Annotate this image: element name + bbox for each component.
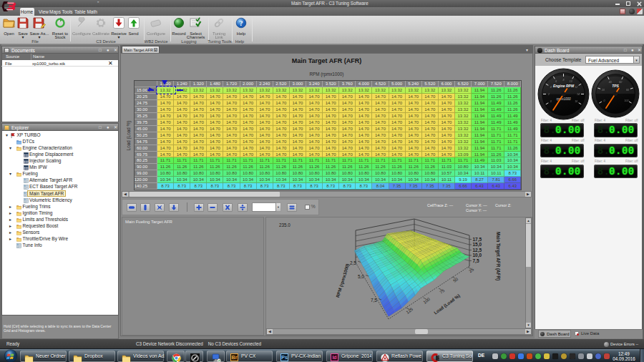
svg-text:2: 2 bbox=[547, 93, 550, 96]
svg-text:40: 40 bbox=[609, 81, 612, 84]
svg-text:Engine RPM: Engine RPM bbox=[552, 83, 574, 87]
svg-text:6: 6 bbox=[555, 80, 557, 83]
svg-text:?: ? bbox=[240, 19, 243, 26]
svg-text:10: 10 bbox=[569, 80, 572, 83]
svg-text:TPS: TPS bbox=[612, 83, 619, 87]
svg-text:14: 14 bbox=[577, 93, 580, 96]
svg-text:0: 0 bbox=[550, 100, 551, 103]
svg-text:100: 100 bbox=[625, 99, 629, 102]
svg-text:80: 80 bbox=[626, 88, 629, 91]
svg-text:12: 12 bbox=[575, 85, 577, 88]
svg-text:20: 20 bbox=[601, 88, 605, 91]
svg-text:8: 8 bbox=[562, 78, 564, 81]
svg-text:0: 0 bbox=[603, 99, 605, 102]
svg-text:4: 4 bbox=[550, 85, 551, 88]
svg-text:16: 16 bbox=[575, 100, 577, 103]
svg-text:60: 60 bbox=[619, 81, 622, 84]
